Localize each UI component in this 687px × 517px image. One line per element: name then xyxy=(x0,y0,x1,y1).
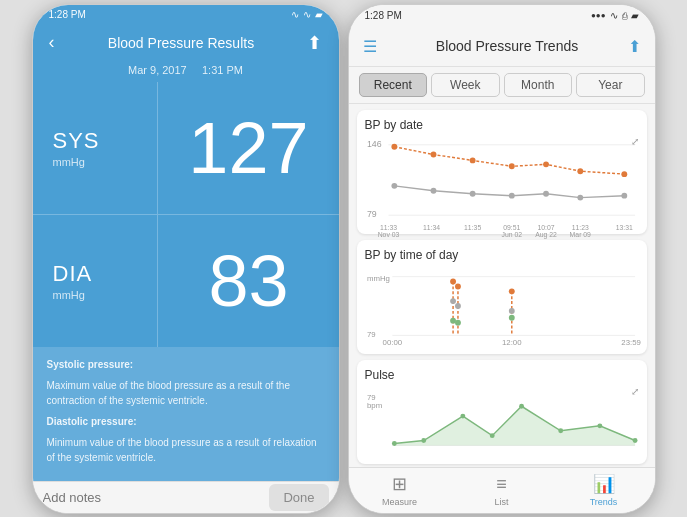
svg-text:Jun 02: Jun 02 xyxy=(501,230,522,237)
bp-date-title: BP by date xyxy=(365,118,639,132)
bp-time-svg: mmHg 79 xyxy=(365,266,639,346)
tab-year[interactable]: Year xyxy=(576,73,645,97)
svg-text:Nov 03: Nov 03 xyxy=(377,230,399,237)
back-button[interactable]: ‹ xyxy=(49,32,55,53)
date-bar: Mar 9, 2017 1:31 PM xyxy=(33,62,339,82)
svg-point-53 xyxy=(421,438,426,443)
svg-point-5 xyxy=(430,151,436,157)
dia-value: 83 xyxy=(198,235,298,327)
bluetooth-icon: ∿ xyxy=(303,9,311,20)
bottom-tab-bar: ⊞ Measure ≡ List 📊 Trends xyxy=(349,467,655,513)
bp-time-title: BP by time of day xyxy=(365,248,639,262)
svg-point-14 xyxy=(508,192,514,198)
share-button-left[interactable]: ⬆ xyxy=(307,32,322,54)
svg-point-36 xyxy=(450,278,456,284)
svg-point-16 xyxy=(577,194,583,200)
wifi-icon-right: ∿ xyxy=(610,10,618,21)
bp-time-chart: mmHg 79 xyxy=(365,266,639,346)
bp-date-chart: ⤢ 146 79 xyxy=(365,136,639,226)
status-time-left: 1:28 PM xyxy=(49,9,86,20)
sys-value: 127 xyxy=(178,102,318,194)
svg-text:11:35: 11:35 xyxy=(464,223,481,230)
diastolic-title: Diastolic pressure: xyxy=(47,416,137,427)
svg-point-13 xyxy=(469,190,475,196)
date-label: Mar 9, 2017 xyxy=(128,64,187,76)
svg-text:00:00: 00:00 xyxy=(382,338,402,347)
done-button[interactable]: Done xyxy=(269,484,328,511)
bp-date-card: BP by date ⤢ 146 79 xyxy=(357,110,647,234)
svg-point-43 xyxy=(455,319,461,325)
expand-icon-pulse[interactable]: ⤢ xyxy=(631,386,639,397)
svg-point-58 xyxy=(597,423,602,428)
svg-point-57 xyxy=(558,428,563,433)
svg-text:13:31: 13:31 xyxy=(615,223,632,230)
svg-point-17 xyxy=(621,192,627,198)
measure-label: Measure xyxy=(382,497,417,507)
expand-icon-date[interactable]: ⤢ xyxy=(631,136,639,147)
svg-point-59 xyxy=(632,438,637,443)
nav-bar-right: ☰ Blood Pressure Trends ⬆ xyxy=(349,27,655,67)
svg-point-41 xyxy=(508,307,514,313)
svg-point-8 xyxy=(543,161,549,167)
svg-point-40 xyxy=(508,288,514,294)
svg-point-4 xyxy=(391,143,397,149)
pulse-title: Pulse xyxy=(365,368,639,382)
tab-measure[interactable]: ⊞ Measure xyxy=(349,468,451,513)
svg-text:79: 79 xyxy=(366,209,376,219)
battery-icon-right: ▰ xyxy=(631,10,639,21)
left-phone: 1:28 PM ∿ ∿ ▰ ‹ Blood Pressure Results ⬆… xyxy=(32,4,340,514)
time-label: 1:31 PM xyxy=(202,64,243,76)
tab-month[interactable]: Month xyxy=(504,73,573,97)
signal-icon: ●●● xyxy=(591,11,606,20)
tab-trends[interactable]: 📊 Trends xyxy=(553,468,655,513)
svg-point-10 xyxy=(621,171,627,177)
battery-icon: ▰ xyxy=(315,9,323,20)
page-title-left: Blood Pressure Results xyxy=(108,35,254,51)
sys-value-cell: 127 xyxy=(158,82,338,215)
svg-text:mmHg: mmHg xyxy=(366,273,389,282)
sys-label-cell: SYS mmHg xyxy=(33,82,159,215)
status-bar-left: 1:28 PM ∿ ∿ ▰ xyxy=(33,5,339,24)
systolic-title: Systolic pressure: xyxy=(47,359,134,370)
status-time-right: 1:28 PM xyxy=(365,10,402,21)
svg-point-6 xyxy=(469,157,475,163)
list-icon: ≡ xyxy=(496,474,507,495)
bp-time-card: BP by time of day mmHg 79 xyxy=(357,240,647,354)
share-button-right[interactable]: ⬆ xyxy=(628,37,641,56)
svg-point-38 xyxy=(455,283,461,289)
trends-label: Trends xyxy=(590,497,618,507)
tab-recent[interactable]: Recent xyxy=(359,73,428,97)
sys-label: SYS xyxy=(53,128,100,154)
svg-point-7 xyxy=(508,163,514,169)
svg-text:146: 146 xyxy=(366,138,381,148)
menu-button[interactable]: ☰ xyxy=(363,37,377,56)
dia-label: DIA xyxy=(53,261,93,287)
status-bar-right: 1:28 PM ●●● ∿ ⎙ ▰ xyxy=(349,5,655,27)
page-title-right: Blood Pressure Trends xyxy=(387,38,628,54)
sys-unit: mmHg xyxy=(53,156,85,168)
svg-point-11 xyxy=(391,182,397,188)
right-phone: 1:28 PM ●●● ∿ ⎙ ▰ ☰ Blood Pressure Trend… xyxy=(348,4,656,514)
svg-point-56 xyxy=(519,403,524,408)
svg-text:12:00: 12:00 xyxy=(502,338,522,347)
notes-input[interactable] xyxy=(43,490,270,505)
tab-week[interactable]: Week xyxy=(431,73,500,97)
svg-point-44 xyxy=(508,314,514,320)
info-section: Systolic pressure: Maximum value of the … xyxy=(33,347,339,481)
charts-area: BP by date ⤢ 146 79 xyxy=(349,104,655,467)
svg-point-9 xyxy=(577,168,583,174)
bluetooth-icon-right: ⎙ xyxy=(622,11,627,21)
diastolic-desc: Minimum value of the blood pressure as a… xyxy=(47,435,325,465)
svg-text:11:34: 11:34 xyxy=(422,223,439,230)
dia-unit: mmHg xyxy=(53,289,85,301)
svg-text:Aug 22: Aug 22 xyxy=(535,230,557,238)
bp-grid: SYS mmHg 127 DIA mmHg 83 xyxy=(33,82,339,347)
pulse-chart: ⤢ 79 bpm xyxy=(365,386,639,456)
status-icons-left: ∿ ∿ ▰ xyxy=(291,9,323,20)
bp-date-svg: 146 79 xyxy=(365,136,639,224)
svg-point-55 xyxy=(489,433,494,438)
tab-list[interactable]: ≡ List xyxy=(451,468,553,513)
svg-text:23:59: 23:59 xyxy=(621,338,641,347)
svg-point-12 xyxy=(430,187,436,193)
svg-point-15 xyxy=(543,190,549,196)
